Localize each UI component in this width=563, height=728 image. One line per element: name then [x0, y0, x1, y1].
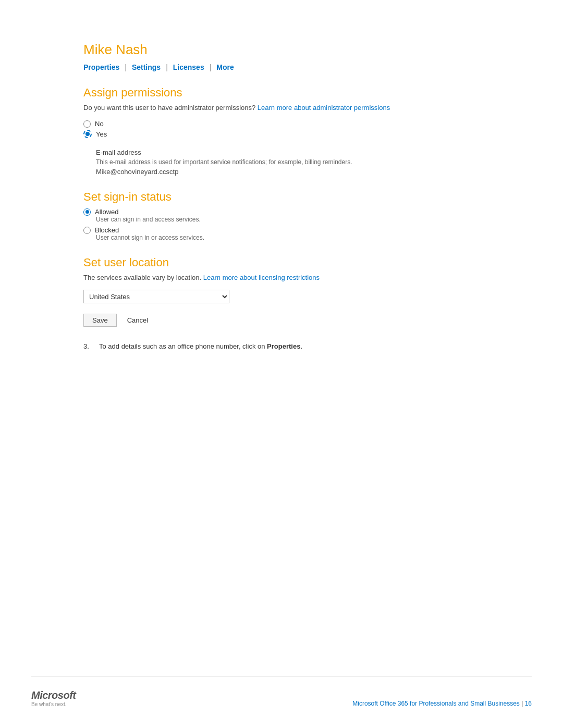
logo-text: Microsoft: [31, 689, 76, 701]
note-text: To add details such as an office phone n…: [99, 342, 302, 350]
tab-properties[interactable]: Properties: [83, 63, 119, 71]
permission-no-option[interactable]: No: [83, 120, 480, 128]
tab-settings[interactable]: Settings: [132, 63, 161, 71]
assign-permissions-title: Assign permissions: [83, 86, 480, 100]
sign-in-allowed-option[interactable]: Allowed User can sign in and access serv…: [83, 208, 480, 223]
sign-in-status-title: Set sign-in status: [83, 190, 480, 204]
sign-in-blocked-option[interactable]: Blocked User cannot sign in or access se…: [83, 226, 480, 241]
note-number: 3.: [83, 342, 94, 350]
tab-licenses[interactable]: Licenses: [173, 63, 204, 71]
sign-in-allowed-radio[interactable]: [83, 208, 91, 216]
permission-yes-radio[interactable]: [83, 130, 92, 138]
user-location-section: Set user location The services available…: [83, 256, 480, 327]
location-select[interactable]: United States: [83, 290, 229, 303]
permission-no-label: No: [95, 120, 104, 128]
sign-in-blocked-label: Blocked: [95, 226, 119, 234]
assign-permissions-section: Assign permissions Do you want this user…: [83, 86, 480, 176]
sign-in-radio-group: Allowed User can sign in and access serv…: [83, 208, 480, 241]
nav-tabs: Properties | Settings | Licenses | More: [83, 63, 480, 71]
nav-sep-1: |: [125, 63, 127, 71]
email-label: E-mail address: [96, 149, 480, 156]
sign-in-status-section: Set sign-in status Allowed User can sign…: [83, 190, 480, 241]
learn-more-permissions-link[interactable]: Learn more about administrator permissio…: [258, 104, 390, 112]
note-3: 3. To add details such as an office phon…: [83, 342, 480, 350]
nav-sep-2: |: [166, 63, 168, 71]
logo-tagline: Be what's next.: [31, 701, 76, 707]
page-container: Mike Nash Properties | Settings | Licens…: [0, 0, 563, 728]
sign-in-blocked-radio[interactable]: [83, 227, 91, 234]
user-location-title: Set user location: [83, 256, 480, 269]
user-location-desc: The services available vary by location.…: [83, 274, 480, 281]
microsoft-logo: Microsoft Be what's next.: [31, 689, 76, 707]
email-value: Mike@cohovineyard.ccsctp: [96, 168, 480, 176]
learn-more-licensing-link[interactable]: Learn more about licensing restrictions: [203, 274, 320, 281]
action-buttons: Save Cancel: [83, 314, 480, 327]
sign-in-blocked-sublabel: User cannot sign in or access services.: [96, 234, 480, 241]
user-name-heading: Mike Nash: [83, 42, 480, 58]
email-description: This e-mail address is used for importan…: [96, 158, 480, 166]
permission-yes-option[interactable]: Yes: [83, 130, 480, 138]
permissions-radio-group: No Yes: [83, 120, 480, 138]
assign-permissions-desc: Do you want this user to have administra…: [83, 104, 480, 112]
sign-in-allowed-label: Allowed: [95, 208, 119, 216]
sign-in-allowed-sublabel: User can sign in and access services.: [96, 216, 480, 223]
save-button[interactable]: Save: [83, 314, 117, 327]
permission-yes-label: Yes: [96, 130, 107, 138]
email-subsection: E-mail address This e-mail address is us…: [96, 149, 480, 176]
location-select-wrapper: United States: [83, 290, 480, 303]
footer-copyright: Microsoft Office 365 for Professionals a…: [352, 700, 532, 707]
nav-sep-3: |: [210, 63, 212, 71]
tab-more[interactable]: More: [216, 63, 234, 71]
page-footer: Microsoft Be what's next. Microsoft Offi…: [0, 689, 563, 707]
permission-no-radio[interactable]: [83, 120, 91, 128]
cancel-button[interactable]: Cancel: [122, 314, 153, 327]
